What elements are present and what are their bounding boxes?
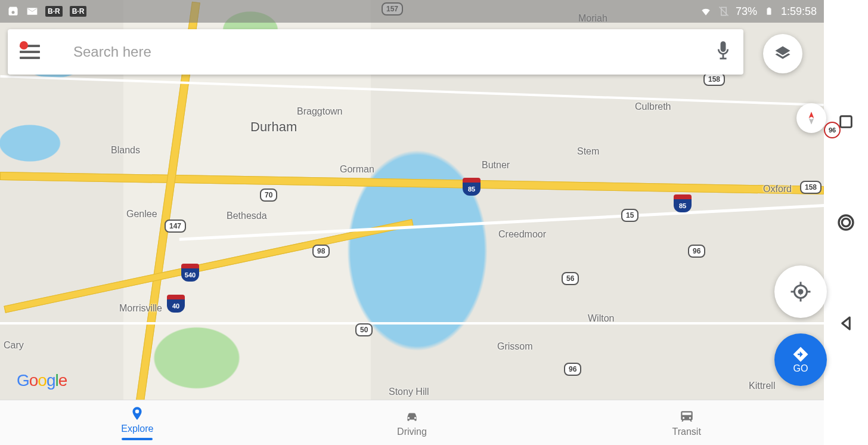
bus-icon: [679, 409, 695, 424]
city-butner: Butner: [482, 160, 510, 171]
nav-explore-label: Explore: [121, 424, 153, 434]
route-158b: 158: [800, 181, 822, 194]
interstate-540: 540: [181, 264, 199, 282]
br-badge-1: B·R: [45, 6, 63, 17]
go-button[interactable]: GO: [774, 333, 827, 386]
search-input[interactable]: [73, 44, 715, 60]
nav-transit-label: Transit: [672, 427, 701, 437]
svg-rect-12: [841, 116, 852, 128]
nav-explore[interactable]: Explore: [0, 400, 275, 445]
route-96b: 96: [564, 363, 581, 376]
menu-button[interactable]: [20, 45, 40, 59]
no-sim-icon: [718, 5, 730, 17]
city-gorman: Gorman: [340, 164, 374, 175]
road-3: [0, 322, 824, 325]
svg-point-13: [839, 215, 853, 230]
city-creedmoor: Creedmoor: [498, 229, 546, 240]
route-56: 56: [562, 272, 579, 285]
svg-rect-1: [768, 8, 770, 9]
svg-point-14: [842, 218, 850, 226]
city-braggtown: Braggtown: [297, 106, 343, 117]
nav-driving-label: Driving: [397, 427, 427, 437]
notification-dot: [20, 41, 28, 50]
br-badge-2: B·R: [70, 6, 87, 17]
route-158a: 158: [703, 73, 725, 86]
route-15: 15: [621, 209, 638, 222]
interstate-85b: 85: [674, 194, 692, 212]
wifi-icon: [700, 5, 712, 17]
route-50: 50: [355, 323, 373, 336]
disk-icon: [7, 5, 19, 17]
interstate-40: 40: [167, 295, 185, 313]
city-bethesda: Bethesda: [227, 211, 267, 221]
sys-back-button[interactable]: [836, 313, 856, 333]
svg-rect-2: [721, 41, 726, 52]
battery-percent: 73%: [736, 5, 757, 18]
status-bar: B·R B·R 73% 1:59:58: [0, 0, 824, 23]
svg-text:?: ?: [798, 288, 803, 297]
route-96a: 96: [688, 245, 705, 258]
city-oxford: Oxford: [763, 184, 792, 194]
search-bar: [8, 29, 743, 75]
system-nav-bar: [824, 0, 868, 445]
city-stonyhill: Stony Hill: [389, 387, 429, 397]
sys-home-button[interactable]: [836, 212, 856, 233]
city-durham: Durham: [250, 119, 297, 135]
bottom-nav: Explore Driving Transit: [0, 400, 824, 445]
route-147: 147: [165, 220, 186, 233]
mail-icon: [26, 5, 38, 17]
city-genlee: Genlee: [126, 209, 157, 220]
my-location-button[interactable]: ?: [774, 265, 827, 318]
city-morrisville: Morrisville: [119, 303, 162, 314]
nav-driving[interactable]: Driving: [275, 400, 550, 445]
car-icon: [404, 409, 420, 424]
city-wilton: Wilton: [588, 313, 614, 324]
speed-limit-badge: 96: [824, 122, 841, 138]
voice-search-button[interactable]: [715, 40, 731, 64]
svg-rect-0: [767, 8, 771, 15]
route-98: 98: [312, 245, 330, 258]
go-label: GO: [793, 363, 808, 374]
city-kittrell: Kittrell: [749, 381, 775, 391]
pin-icon: [129, 406, 145, 421]
battery-icon: [763, 5, 775, 17]
interstate-85a: 85: [463, 178, 480, 196]
city-grissom: Grissom: [497, 341, 533, 352]
layers-button[interactable]: [763, 34, 802, 73]
compass-button[interactable]: [796, 103, 826, 133]
route-70: 70: [260, 188, 277, 202]
nav-transit[interactable]: Transit: [549, 400, 824, 445]
city-stem: Stem: [577, 146, 599, 157]
google-logo: Google: [17, 371, 67, 390]
city-blands: Blands: [111, 145, 140, 156]
city-cary: Cary: [4, 340, 24, 351]
nav-active-indicator: [122, 438, 153, 440]
city-culbreth: Culbreth: [635, 101, 671, 112]
clock: 1:59:58: [781, 5, 817, 18]
